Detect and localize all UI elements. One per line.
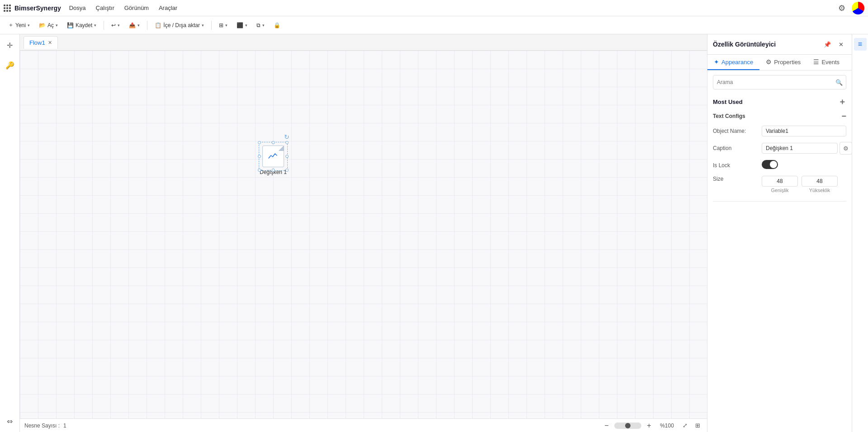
- key-icon: 🔑: [5, 61, 14, 70]
- distribute-chevron-icon: ▾: [262, 23, 265, 28]
- is-lock-label: Is Lock: [713, 162, 758, 169]
- menu-bar: Dosya Çalıştır Görünüm Araçlar: [65, 3, 182, 13]
- key-tool-button[interactable]: 🔑: [3, 58, 17, 72]
- grid-toggle-icon: ⊞: [219, 22, 223, 28]
- rotate-handle[interactable]: ↻: [284, 133, 289, 141]
- size-label: Size: [713, 176, 758, 182]
- cursor-icon: ✛: [7, 41, 13, 50]
- title-bar: BimserSynergy Dosya Çalıştır Görünüm Ara…: [0, 0, 868, 16]
- tab-events[interactable]: ☰ Events: [807, 55, 846, 70]
- align-icon: ⬛: [237, 22, 243, 28]
- caption-input[interactable]: [762, 143, 838, 154]
- lock-button[interactable]: 🔒: [270, 20, 284, 30]
- handle-right-middle[interactable]: [285, 155, 289, 158]
- zoom-controls: − + %100 ⤢ ⊞: [602, 421, 702, 431]
- is-lock-toggle[interactable]: [762, 160, 778, 169]
- open-chevron-icon: ▾: [56, 23, 58, 28]
- zoom-in-button[interactable]: +: [644, 421, 654, 431]
- undo-chevron-icon: ▾: [118, 23, 120, 28]
- appearance-tab-label: Appearance: [721, 59, 753, 66]
- object-name-row: Object Name:: [713, 123, 846, 139]
- search-button[interactable]: 🔍: [832, 75, 846, 89]
- most-used-label: Most Used: [713, 99, 743, 105]
- save-label: Kaydet: [76, 22, 92, 28]
- menu-gorunum[interactable]: Görünüm: [120, 3, 153, 13]
- text-configs-collapse-button[interactable]: −: [841, 112, 846, 120]
- open-icon: 📂: [39, 22, 46, 28]
- text-configs-header: Text Configs −: [713, 109, 846, 123]
- canvas-area: Flow1 ✕ ↻: [20, 34, 707, 432]
- tab-flow1[interactable]: Flow1 ✕: [24, 36, 58, 49]
- undo-icon: ↩: [111, 22, 116, 28]
- toolbar: ＋ Yeni ▾ 📂 Aç ▾ 💾 Kaydet ▾ ↩ ▾ 📤 ▾ 📋 İçe…: [0, 16, 868, 34]
- menu-araclar[interactable]: Araçlar: [154, 3, 182, 13]
- toolbar-sep-1: [104, 21, 104, 30]
- events-tab-icon: ☰: [813, 58, 819, 66]
- canvas[interactable]: ↻ Değişken 1: [20, 51, 707, 418]
- grid-chevron-icon: ▾: [225, 23, 228, 28]
- color-circle-icon[interactable]: [852, 2, 864, 14]
- menu-dosya[interactable]: Dosya: [65, 3, 90, 13]
- new-icon: ＋: [8, 21, 14, 29]
- tab-appearance[interactable]: ✦ Appearance: [707, 55, 759, 70]
- properties-panel-toggle[interactable]: ≡: [854, 38, 867, 51]
- lock-icon: 🔒: [274, 22, 280, 28]
- status-bar: Nesne Sayısı : 1 − + %100 ⤢ ⊞: [20, 418, 707, 432]
- save-button[interactable]: 💾 Kaydet ▾: [63, 20, 100, 30]
- tab-close-icon[interactable]: ✕: [48, 40, 52, 46]
- caption-input-group: ⚙: [762, 142, 852, 155]
- cursor-tool-button[interactable]: ✛: [3, 38, 17, 52]
- zoom-expand-button[interactable]: ⊞: [693, 421, 702, 431]
- redo-chevron-icon: ▾: [138, 23, 140, 28]
- panel-close-button[interactable]: ✕: [835, 39, 846, 50]
- grid-toggle-button[interactable]: ⊞ ▾: [215, 20, 231, 30]
- panel-content: Most Used ＋ Text Configs − Object Name:: [707, 94, 852, 432]
- bottom-sidebar-icon[interactable]: ⇔: [3, 414, 17, 428]
- caption-row: Caption ⚙: [713, 139, 846, 157]
- left-sidebar: ✛ 🔑 ⇔: [0, 34, 20, 432]
- handle-top-left[interactable]: [258, 141, 261, 144]
- import-export-icon: 📋: [155, 22, 161, 28]
- import-export-button[interactable]: 📋 İçe / Dışa aktar ▾: [151, 20, 208, 30]
- most-used-add-button[interactable]: ＋: [838, 98, 846, 106]
- zoom-out-button[interactable]: −: [602, 421, 612, 431]
- panel-tabs: ✦ Appearance ⚙ Properties ☰ Events: [707, 55, 852, 70]
- zoom-track[interactable]: [614, 423, 641, 429]
- variable-node[interactable]: ↻ Değişken 1: [260, 146, 287, 175]
- caption-edit-button[interactable]: ⚙: [840, 142, 852, 155]
- zoom-fit-button[interactable]: ⤢: [680, 421, 690, 431]
- caption-value: ⚙: [762, 142, 852, 155]
- save-chevron-icon: ▾: [94, 23, 96, 28]
- new-button[interactable]: ＋ Yeni ▾: [5, 19, 33, 31]
- redo-button[interactable]: 📤 ▾: [125, 20, 143, 30]
- panel-header-buttons: 📌 ✕: [822, 39, 846, 50]
- width-input[interactable]: [762, 176, 798, 187]
- align-button[interactable]: ⬛ ▾: [233, 20, 251, 30]
- handle-top-middle[interactable]: [272, 141, 275, 144]
- zoom-value[interactable]: %100: [657, 423, 677, 429]
- panel-pin-button[interactable]: 📌: [822, 39, 833, 50]
- handle-left-middle[interactable]: [258, 155, 261, 158]
- width-input-group: Genişlik: [762, 176, 798, 193]
- distribute-button[interactable]: ⧉ ▾: [253, 20, 268, 30]
- panel-header: Özellik Görüntüleyici 📌 ✕: [707, 34, 852, 55]
- settings-icon[interactable]: ⚙: [835, 2, 848, 14]
- search-input[interactable]: [713, 76, 832, 88]
- menu-calistir[interactable]: Çalıştır: [91, 3, 119, 13]
- object-name-input[interactable]: [762, 126, 846, 136]
- properties-tab-icon: ⚙: [766, 58, 772, 66]
- redo-icon: 📤: [129, 22, 136, 28]
- undo-button[interactable]: ↩ ▾: [108, 20, 123, 30]
- height-input[interactable]: [802, 176, 838, 187]
- handle-icon: ⇔: [7, 417, 13, 426]
- width-label: Genişlik: [771, 188, 788, 193]
- toolbar-sep-3: [211, 21, 212, 30]
- height-label: Yükseklik: [809, 188, 830, 193]
- open-button[interactable]: 📂 Aç ▾: [35, 20, 62, 30]
- tab-properties[interactable]: ⚙ Properties: [759, 55, 807, 70]
- text-configs-label: Text Configs: [713, 113, 745, 119]
- toolbar-sep-2: [147, 21, 147, 30]
- handle-top-right[interactable]: [285, 141, 289, 144]
- text-configs-subsection: Text Configs − Object Name: Caption: [713, 109, 846, 202]
- object-name-value: [762, 126, 846, 136]
